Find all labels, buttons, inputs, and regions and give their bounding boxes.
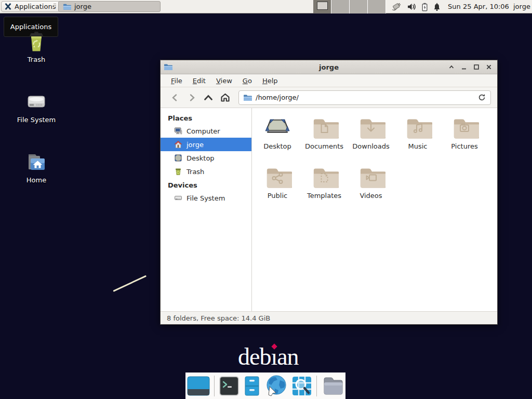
path-input[interactable]: /home/jorge/ [256,94,474,101]
sidebar-item-label: Computer [187,127,220,135]
battery-icon[interactable] [421,3,428,11]
taskbar-window-button[interactable]: jorge [58,1,161,12]
web-browser-launcher[interactable] [264,375,287,397]
menu-edit[interactable]: Edit [188,75,211,86]
places-header: Places [161,111,251,124]
sidebar-item-label: Trash [187,168,204,176]
menubar: File Edit View Go Help [161,74,497,87]
templates-folder-icon [310,165,339,189]
folder-label: Documents [305,142,343,150]
menu-view[interactable]: View [211,75,237,86]
menu-file[interactable]: File [166,75,188,86]
folder-item-public[interactable]: Public [254,163,301,212]
home-folder-icon [24,151,48,175]
wallpaper-stroke [113,275,147,292]
workspace-window-miniature [317,2,328,10]
trash-icon [24,30,48,54]
workspace-1[interactable] [313,0,331,14]
xfce-applications-icon [4,3,12,10]
folder-label: Videos [360,192,382,200]
folder-item-documents[interactable]: Documents [301,113,348,163]
window-titlebar[interactable]: jorge [161,60,497,74]
shade-button[interactable] [446,62,457,73]
statusbar: 8 folders, Free space: 14.4 GiB [161,311,497,324]
file-view[interactable]: Desktop Documents [252,108,497,311]
file-cabinet-icon [244,376,260,396]
menu-go[interactable]: Go [237,75,257,86]
hard-drive-icon [24,90,48,114]
terminal-icon [219,376,240,396]
dock [185,373,345,399]
system-tray [389,0,441,14]
application-finder-icon [291,376,312,396]
sidebar-item-file-system[interactable]: File System [161,191,251,205]
folder-item-downloads[interactable]: Downloads [348,113,394,163]
tooltip-text: Applications [10,23,51,31]
panel-grip-handle[interactable] [54,4,56,7]
hard-drive-icon [174,194,182,202]
folder-item-videos[interactable]: Videos [348,163,394,212]
devices-header: Devices [161,178,251,191]
status-text: 8 folders, Free space: 14.4 GiB [167,314,270,322]
downloads-folder-icon [356,115,385,139]
top-panel: Applications jorge [0,0,532,14]
show-desktop-button[interactable] [187,376,210,396]
folder-label: Music [408,142,428,150]
directory-menu-button[interactable] [321,376,344,396]
maximize-button[interactable] [471,62,482,73]
terminal-launcher[interactable] [219,376,240,396]
folder-label: Downloads [352,142,389,150]
computer-icon [174,127,182,135]
folder-item-desktop[interactable]: Desktop [254,113,301,163]
folder-item-pictures[interactable]: Pictures [441,113,488,163]
location-bar[interactable]: /home/jorge/ [238,90,491,105]
panel-clock[interactable]: Sun 25 Apr, 10:06 [446,0,511,14]
applications-menu-button[interactable]: Applications [1,1,60,12]
minimize-button[interactable] [458,62,469,73]
dock-separator [214,376,215,396]
pictures-folder-icon [450,115,479,139]
documents-folder-icon [310,115,339,139]
sidebar-item-desktop[interactable]: Desktop [161,151,251,165]
folder-label: Desktop [263,142,291,150]
desktop-icon-home[interactable]: Home [9,151,63,184]
public-folder-icon [263,165,292,189]
workspace-3[interactable] [350,0,368,14]
desktop-icon-file-system[interactable]: File System [9,90,63,124]
trash-icon [174,167,182,176]
desktop-icon-trash[interactable]: Trash [9,30,63,63]
debian-red-dot [272,343,277,349]
volume-icon[interactable] [407,3,417,11]
sidebar-item-jorge[interactable]: jorge [161,138,251,151]
back-button[interactable] [167,90,183,105]
home-icon [174,140,182,149]
file-manager-window: jorge File Edit View Go Help [160,60,498,325]
applications-menu-label: Applications [15,3,56,10]
folder-item-music[interactable]: Music [394,113,441,163]
up-button[interactable] [200,90,217,105]
panel-username[interactable]: jorge [513,0,530,14]
folder-label: Pictures [451,142,477,150]
window-folder-icon [63,3,71,10]
debian-wordmark: debıan [238,343,299,370]
sidebar-item-computer[interactable]: Computer [161,124,251,138]
folder-item-templates[interactable]: Templates [301,163,348,212]
forward-button[interactable] [183,90,200,105]
desktop-special-icon [263,115,292,139]
file-manager-launcher[interactable] [244,376,260,396]
sidebar-item-label: File System [187,194,225,202]
taskbar-window-label: jorge [74,3,91,10]
desktop-icon-label: Home [26,176,46,184]
network-icon[interactable] [391,2,402,11]
app-finder-launcher[interactable] [291,376,312,396]
sidebar-item-trash[interactable]: Trash [161,165,251,178]
desktop-icon [174,154,182,162]
menu-help[interactable]: Help [257,75,283,86]
close-button[interactable] [483,62,494,73]
workspace-2[interactable] [331,0,350,14]
reload-icon[interactable] [477,93,486,102]
workspace-4[interactable] [368,0,386,14]
toolbar: /home/jorge/ [161,87,497,108]
notifications-bell-icon[interactable] [433,3,441,11]
home-button[interactable] [217,90,233,105]
